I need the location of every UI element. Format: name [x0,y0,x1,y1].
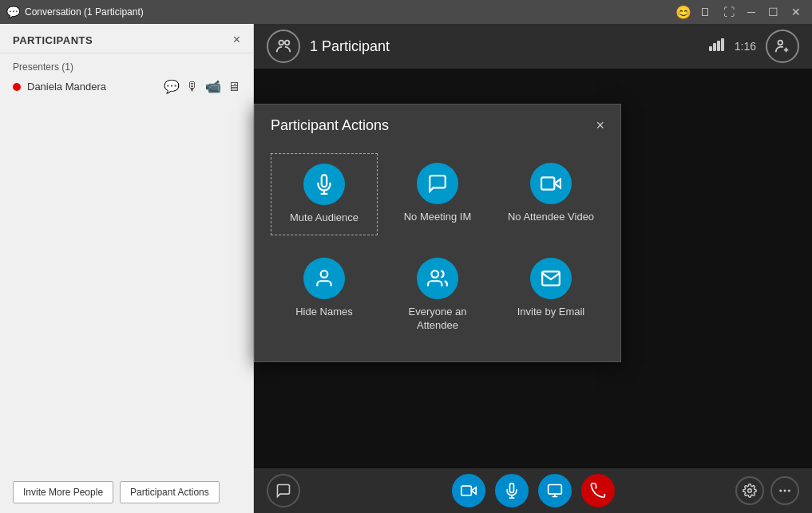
no-attendee-video-icon [530,163,572,204]
svg-rect-3 [713,43,716,51]
svg-point-13 [779,490,782,492]
participant-mic-icon[interactable]: 🎙 [186,80,199,94]
participants-panel: PARTICIPANTS × Presenters (1) Daniela Ma… [0,24,254,513]
hide-names-icon [303,258,345,299]
close-btn[interactable]: ✕ [786,4,806,20]
svg-marker-7 [471,487,476,494]
mute-audience-label: Mute Audience [290,211,358,225]
contacts-btn[interactable]: 🗌 [695,4,715,20]
hide-names-action[interactable]: Hide Names [271,248,378,342]
mic-toggle-button[interactable] [495,474,529,507]
participant-row: Daniela Mandera 💬 🎙 📹 🖥 [13,79,240,94]
no-attendee-video-label: No Attendee Video [508,211,594,224]
participant-status-dot [13,83,21,91]
no-meeting-im-action[interactable]: No Meeting IM [384,153,491,235]
modal-title: Participant Actions [271,117,389,134]
participant-icons: 💬 🎙 📹 🖥 [164,79,240,94]
svg-point-15 [788,490,790,492]
invite-more-people-button[interactable]: Invite More People [13,481,113,503]
video-top-bar: 1 Participant 1:16 [254,24,812,69]
modal-header: Participant Actions × [255,105,620,140]
title-bar-left: 💬 Conversation (1 Participant) [6,6,144,18]
svg-point-14 [784,490,786,492]
participant-chat-icon[interactable]: 💬 [164,79,180,94]
fullscreen-btn[interactable]: ⛶ [719,4,739,20]
modal-actions-grid: Mute Audience No Meeting IM [271,153,604,342]
title-bar-title: Conversation (1 Participant) [25,6,144,18]
svg-point-6 [778,41,783,45]
bottom-controls-right [735,476,799,505]
participant-actions-dialog: Participant Actions × [254,104,621,362]
invite-email-label: Invite by Email [517,306,585,319]
everyone-attendee-action[interactable]: Everyone an Attendee [384,248,491,342]
hide-names-label: Hide Names [295,306,353,319]
restore-btn[interactable]: ☐ [763,4,783,20]
settings-button[interactable] [735,476,764,505]
main-layout: PARTICIPANTS × Presenters (1) Daniela Ma… [0,24,812,513]
video-panel: 1 Participant 1:16 [254,24,812,513]
video-title: 1 Participant [310,38,390,55]
svg-marker-18 [554,180,560,188]
minimize-btn[interactable]: ─ [743,4,760,20]
modal-close-button[interactable]: × [596,117,604,134]
svg-point-0 [279,41,284,45]
participant-name: Daniela Mandera [27,81,106,93]
modal-body: Mute Audience No Meeting IM [255,140,620,361]
title-bar-controls: 😊 🗌 ⛶ ─ ☐ ✕ [675,4,806,20]
participants-panel-header: PARTICIPANTS × [0,24,253,53]
svg-rect-2 [709,46,712,51]
svg-rect-5 [721,38,724,51]
participants-panel-title: PARTICIPANTS [13,34,93,46]
presenters-section: Presenters (1) Daniela Mandera 💬 🎙 📹 🖥 [0,53,253,102]
mute-audience-icon [303,164,345,205]
participant-actions-button[interactable]: Participant Actions [120,481,220,503]
svg-point-12 [748,489,752,493]
participant-name-area: Daniela Mandera [13,81,106,93]
svg-rect-8 [461,486,471,495]
presenters-label: Presenters (1) [13,61,240,73]
participants-panel-close[interactable]: × [233,34,240,46]
signal-icon [709,38,725,54]
mute-audience-action[interactable]: Mute Audience [271,153,378,235]
everyone-attendee-label: Everyone an Attendee [390,306,485,333]
video-bottom-bar [254,468,812,513]
add-participant-button[interactable] [766,30,799,63]
svg-rect-4 [717,41,720,51]
chat-button[interactable] [267,474,300,507]
call-timer: 1:16 [735,40,756,53]
video-top-left: 1 Participant [267,30,390,63]
no-attendee-video-action[interactable]: No Attendee Video [497,153,604,235]
participant-video-icon[interactable]: 📹 [205,79,221,94]
participants-circle-icon [267,30,300,63]
hangup-button[interactable] [581,474,615,507]
emoji-icon[interactable]: 😊 [675,5,691,20]
bottom-controls-left [267,474,300,507]
video-top-right: 1:16 [709,30,799,63]
share-screen-button[interactable] [538,474,572,507]
left-panel-footer: Invite More People Participant Actions [0,472,253,513]
svg-rect-19 [541,177,554,189]
no-meeting-im-icon [417,163,458,204]
svg-point-1 [285,41,290,45]
svg-point-21 [431,270,438,278]
bottom-controls-center [452,474,615,507]
no-meeting-im-label: No Meeting IM [404,211,472,224]
title-bar: 💬 Conversation (1 Participant) 😊 🗌 ⛶ ─ ☐… [0,0,812,24]
participant-screen-icon[interactable]: 🖥 [228,80,240,94]
video-toggle-button[interactable] [452,474,485,507]
invite-email-icon [530,258,572,299]
more-options-button[interactable] [770,476,799,505]
svg-rect-11 [548,485,561,495]
invite-email-action[interactable]: Invite by Email [497,248,604,342]
app-icon: 💬 [6,6,20,18]
svg-point-20 [321,270,328,278]
everyone-attendee-icon [417,258,458,299]
